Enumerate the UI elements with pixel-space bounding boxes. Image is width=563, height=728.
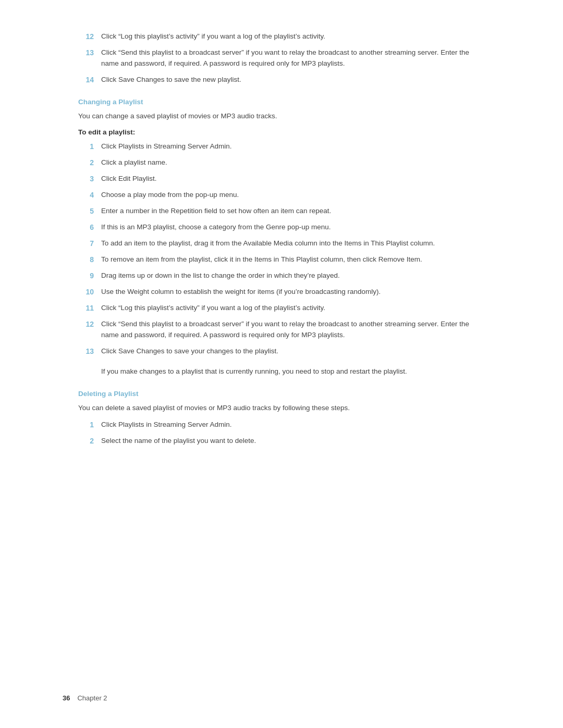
footer-content: 36 Chapter 2 <box>63 694 107 702</box>
step-item: 9 Drag items up or down in the list to c… <box>78 270 485 281</box>
step-item: 13 Click Save Changes to save your chang… <box>78 346 485 357</box>
step-item: 4 Choose a play mode from the pop-up men… <box>78 190 485 201</box>
step-text-d2: Select the name of the playlist you want… <box>101 436 256 447</box>
step-number-e7: 7 <box>78 238 101 249</box>
step-item: 14 Click Save Changes to save the new pl… <box>78 75 485 85</box>
step-number-e13: 13 <box>78 346 101 357</box>
note-text: If you make changes to a playlist that i… <box>101 366 485 377</box>
step-item: 11 Click “Log this playlist’s activity” … <box>78 303 485 314</box>
step-number-e6: 6 <box>78 222 101 233</box>
step-number-d2: 2 <box>78 436 101 447</box>
step-number-e9: 9 <box>78 270 101 281</box>
deleting-playlist-intro: You can delete a saved playlist of movie… <box>78 403 485 414</box>
step-text-d1: Click Playlists in Streaming Server Admi… <box>101 419 232 430</box>
step-text-e6: If this is an MP3 playlist, choose a cat… <box>101 222 331 233</box>
changing-playlist-section: Changing a Playlist You can change a sav… <box>78 98 485 377</box>
step-number-e1: 1 <box>78 141 101 152</box>
step-number-d1: 1 <box>78 419 101 430</box>
step-number-e10: 10 <box>78 287 101 298</box>
footer-chapter-label: Chapter 2 <box>77 694 107 702</box>
step-text-e9: Drag items up or down in the list to cha… <box>101 270 340 281</box>
step-number-12: 12 <box>78 31 101 42</box>
step-item: 10 Use the Weight column to establish th… <box>78 287 485 298</box>
step-text-e4: Choose a play mode from the pop-up menu. <box>101 190 239 201</box>
step-item: 1 Click Playlists in Streaming Server Ad… <box>78 141 485 152</box>
step-text-13a: Click “Send this playlist to a broadcast… <box>101 47 485 69</box>
step-item: 7 To add an item to the playlist, drag i… <box>78 238 485 249</box>
step-item: 8 To remove an item from the playlist, c… <box>78 254 485 265</box>
step-number-e5: 5 <box>78 206 101 217</box>
page-footer: 36 Chapter 2 <box>63 694 107 702</box>
changing-playlist-note: If you make changes to a playlist that i… <box>101 366 485 377</box>
step-item: 13 Click “Send this playlist to a broadc… <box>78 47 485 69</box>
deleting-playlist-section: Deleting a Playlist You can delete a sav… <box>78 390 485 447</box>
step-text-e3: Click Edit Playlist. <box>101 174 157 184</box>
step-text-e11: Click “Log this playlist’s activity” if … <box>101 303 325 314</box>
step-number-14: 14 <box>78 75 101 85</box>
changing-playlist-intro: You can change a saved playlist of movie… <box>78 111 485 122</box>
content-area: 12 Click “Log this playlist’s activity” … <box>78 31 485 447</box>
step-item: 2 Click a playlist name. <box>78 157 485 168</box>
step-number-13a: 13 <box>78 47 101 58</box>
step-number-e11: 11 <box>78 303 101 314</box>
step-text-e1: Click Playlists in Streaming Server Admi… <box>101 141 232 152</box>
step-text-e13: Click Save Changes to save your changes … <box>101 346 278 357</box>
step-number-e8: 8 <box>78 254 101 265</box>
step-item: 6 If this is an MP3 playlist, choose a c… <box>78 222 485 233</box>
step-item: 1 Click Playlists in Streaming Server Ad… <box>78 419 485 430</box>
step-item: 12 Click “Send this playlist to a broadc… <box>78 319 485 341</box>
step-number-e12: 12 <box>78 319 101 330</box>
step-item: 2 Select the name of the playlist you wa… <box>78 436 485 447</box>
step-number-e2: 2 <box>78 157 101 168</box>
changing-playlist-heading: Changing a Playlist <box>78 98 485 106</box>
step-text-e10: Use the Weight column to establish the w… <box>101 287 381 298</box>
step-text-e5: Enter a number in the Repetition field t… <box>101 206 331 217</box>
step-text-14: Click Save Changes to save the new playl… <box>101 75 241 85</box>
footer-page-number: 36 <box>63 694 70 702</box>
step-number-e4: 4 <box>78 190 101 201</box>
step-text-12: Click “Log this playlist’s activity” if … <box>101 31 325 42</box>
page: 12 Click “Log this playlist’s activity” … <box>0 0 563 728</box>
step-item: 5 Enter a number in the Repetition field… <box>78 206 485 217</box>
step-text-e12: Click “Send this playlist to a broadcast… <box>101 319 485 341</box>
step-item: 12 Click “Log this playlist’s activity” … <box>78 31 485 42</box>
step-text-e7: To add an item to the playlist, drag it … <box>101 238 435 249</box>
step-item: 3 Click Edit Playlist. <box>78 174 485 184</box>
deleting-playlist-heading: Deleting a Playlist <box>78 390 485 398</box>
continuing-step-list: 12 Click “Log this playlist’s activity” … <box>78 31 485 85</box>
delete-playlist-step-list: 1 Click Playlists in Streaming Server Ad… <box>78 419 485 447</box>
step-text-e2: Click a playlist name. <box>101 157 167 168</box>
step-number-e3: 3 <box>78 174 101 184</box>
step-text-e8: To remove an item from the playlist, cli… <box>101 254 422 265</box>
edit-playlist-step-list: 1 Click Playlists in Streaming Server Ad… <box>78 141 485 357</box>
edit-playlist-subheading: To edit a playlist: <box>78 128 485 136</box>
